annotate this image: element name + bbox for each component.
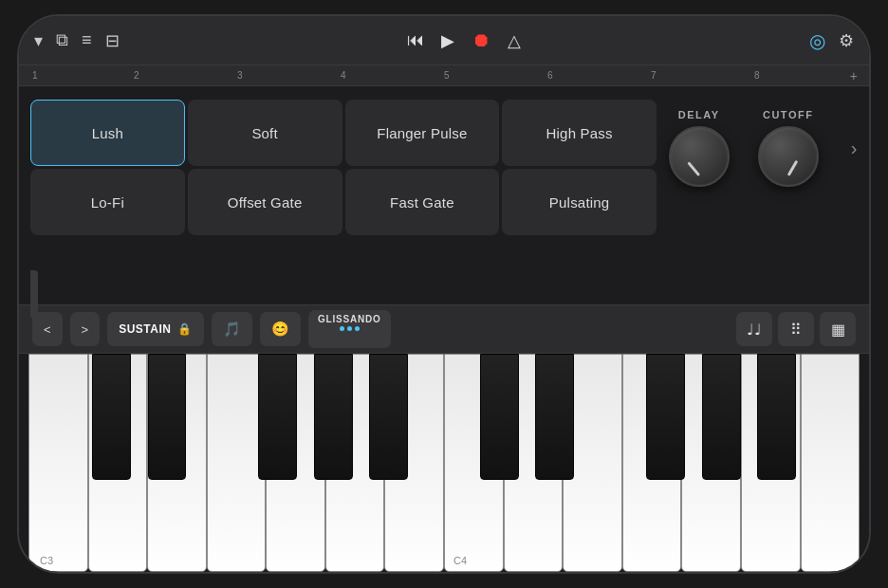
preset-fast-gate[interactable]: Fast Gate bbox=[345, 169, 500, 235]
phone-frame: ▾ ⧉ ≡ ⊟ ⏮ ▶ ⏺ △ ◎ ⚙ 1 2 3 4 5 6 7 8 + bbox=[17, 14, 871, 574]
smart-controls-icon[interactable]: ◎ bbox=[809, 29, 825, 52]
piano-key-ds3[interactable] bbox=[148, 354, 187, 480]
sustain-button[interactable]: SUSTAIN 🔒 bbox=[107, 312, 204, 346]
emoji-button[interactable]: 😊 bbox=[260, 312, 301, 346]
cutoff-label: CUTOFF bbox=[763, 109, 813, 120]
piano-key-b4[interactable] bbox=[801, 354, 860, 572]
rewind-button[interactable]: ⏮ bbox=[407, 30, 424, 50]
settings-icon[interactable]: ⚙ bbox=[839, 30, 854, 51]
delay-knob[interactable] bbox=[669, 126, 730, 187]
expand-chevron[interactable]: › bbox=[851, 138, 858, 159]
layers-icon[interactable]: ⧉ bbox=[56, 30, 68, 50]
ruler-mark-2: 2 bbox=[134, 70, 139, 81]
preset-soft[interactable]: Soft bbox=[188, 100, 342, 166]
delay-knob-container: DELAY bbox=[669, 109, 730, 187]
sliders-icon[interactable]: ⊟ bbox=[105, 30, 120, 51]
glissando-dot-2 bbox=[347, 326, 352, 331]
preset-lo-fi[interactable]: Lo-Fi bbox=[30, 169, 185, 235]
ruler-marks: 1 2 3 4 5 6 7 8 + bbox=[30, 65, 858, 85]
ruler-mark-1: 1 bbox=[32, 70, 38, 81]
piano-key-fs4[interactable] bbox=[646, 354, 685, 480]
notes-icon: ♩♩ bbox=[747, 321, 762, 339]
piano-key-as4[interactable] bbox=[757, 354, 796, 480]
c4-note-label: C4 bbox=[453, 555, 467, 566]
ruler: 1 2 3 4 5 6 7 8 + bbox=[19, 65, 869, 86]
dropdown-icon[interactable]: ▾ bbox=[34, 30, 43, 51]
preset-lush-label: Lush bbox=[92, 125, 123, 141]
piano-key-cs3[interactable] bbox=[92, 354, 131, 480]
knobs-row: DELAY CUTOFF › bbox=[669, 109, 858, 187]
ruler-mark-4: 4 bbox=[341, 70, 346, 81]
arpeggio-icon: 🎵 bbox=[223, 321, 241, 338]
preset-flanger-label: Flanger Pulse bbox=[377, 125, 467, 141]
chord-icon: ⠿ bbox=[790, 321, 802, 339]
right-controls: ♩♩ ⠿ ▦ bbox=[736, 312, 856, 346]
preset-soft-label: Soft bbox=[251, 125, 277, 141]
side-collapse-tab[interactable] bbox=[30, 270, 38, 304]
grid-view-button[interactable]: ▦ bbox=[820, 312, 856, 346]
preset-high-pass[interactable]: High Pass bbox=[502, 100, 657, 166]
ruler-mark-6: 6 bbox=[547, 70, 553, 81]
piano-key-f3[interactable] bbox=[207, 354, 267, 572]
ruler-mark-7: 7 bbox=[651, 70, 657, 81]
preset-lush[interactable]: Lush bbox=[30, 100, 185, 166]
top-bar-right: ◎ ⚙ bbox=[809, 29, 854, 52]
piano-key-as3[interactable] bbox=[369, 354, 408, 480]
transport-controls: ⏮ ▶ ⏺ △ bbox=[407, 29, 521, 51]
preset-section: Lush Soft Flanger Pulse High Pass Lo-Fi … bbox=[19, 86, 869, 304]
piano-keys: C3 C4 bbox=[19, 354, 869, 572]
c3-note-label: C3 bbox=[40, 555, 53, 566]
glissando-dots bbox=[340, 326, 360, 331]
preset-offset-gate-label: Offset Gate bbox=[228, 194, 303, 211]
glissando-button[interactable]: GLISSANDO bbox=[308, 310, 391, 348]
prev-icon: < bbox=[44, 322, 51, 337]
next-icon: > bbox=[82, 322, 89, 337]
preset-high-pass-label: High Pass bbox=[546, 125, 613, 141]
delay-label: DELAY bbox=[678, 109, 720, 120]
next-button[interactable]: > bbox=[70, 312, 101, 346]
cutoff-knob-container: CUTOFF bbox=[758, 109, 819, 187]
preset-fast-gate-label: Fast Gate bbox=[390, 194, 454, 211]
metronome-icon[interactable]: △ bbox=[508, 30, 521, 51]
ruler-mark-5: 5 bbox=[444, 70, 450, 81]
sustain-label: SUSTAIN bbox=[119, 322, 171, 336]
piano-key-cs4[interactable] bbox=[480, 354, 519, 480]
add-track-button[interactable]: + bbox=[850, 68, 858, 83]
preset-grid: Lush Soft Flanger Pulse High Pass Lo-Fi … bbox=[30, 100, 657, 235]
piano-key-gs3[interactable] bbox=[314, 354, 353, 480]
piano-key-gs4[interactable] bbox=[702, 354, 741, 480]
bottom-controls: < > SUSTAIN 🔒 🎵 😊 GLISSANDO ♩♩ bbox=[19, 304, 869, 354]
notes-view-button[interactable]: ♩♩ bbox=[736, 312, 772, 346]
piano-key-ds4[interactable] bbox=[535, 354, 574, 480]
arpeggio-button[interactable]: 🎵 bbox=[212, 312, 252, 346]
piano-key-fs3[interactable] bbox=[258, 354, 297, 480]
lock-icon: 🔒 bbox=[177, 322, 193, 336]
piano-section: C3 C4 bbox=[19, 354, 869, 572]
preset-offset-gate[interactable]: Offset Gate bbox=[188, 169, 342, 235]
preset-lofi-label: Lo-Fi bbox=[91, 194, 124, 211]
knobs-area: DELAY CUTOFF › bbox=[668, 100, 858, 196]
preset-pulsating-label: Pulsating bbox=[549, 194, 610, 211]
cutoff-knob[interactable] bbox=[758, 126, 819, 187]
grid-icon: ▦ bbox=[831, 321, 845, 339]
play-button[interactable]: ▶ bbox=[441, 30, 454, 51]
glissando-label: GLISSANDO bbox=[318, 314, 381, 324]
glissando-dot-3 bbox=[355, 326, 360, 331]
ruler-mark-3: 3 bbox=[237, 70, 243, 81]
prev-button[interactable]: < bbox=[32, 312, 63, 346]
list-icon[interactable]: ≡ bbox=[82, 30, 92, 50]
preset-pulsating[interactable]: Pulsating bbox=[502, 169, 657, 235]
emoji-icon: 😊 bbox=[271, 321, 289, 338]
preset-flanger-pulse[interactable]: Flanger Pulse bbox=[345, 100, 500, 166]
record-button[interactable]: ⏺ bbox=[472, 29, 490, 51]
ruler-mark-8: 8 bbox=[754, 70, 760, 81]
main-content: Lush Soft Flanger Pulse High Pass Lo-Fi … bbox=[19, 86, 869, 304]
piano-key-c3[interactable] bbox=[28, 354, 88, 572]
chord-view-button[interactable]: ⠿ bbox=[778, 312, 814, 346]
glissando-dot-1 bbox=[340, 326, 344, 331]
top-bar: ▾ ⧉ ≡ ⊟ ⏮ ▶ ⏺ △ ◎ ⚙ bbox=[19, 16, 869, 65]
